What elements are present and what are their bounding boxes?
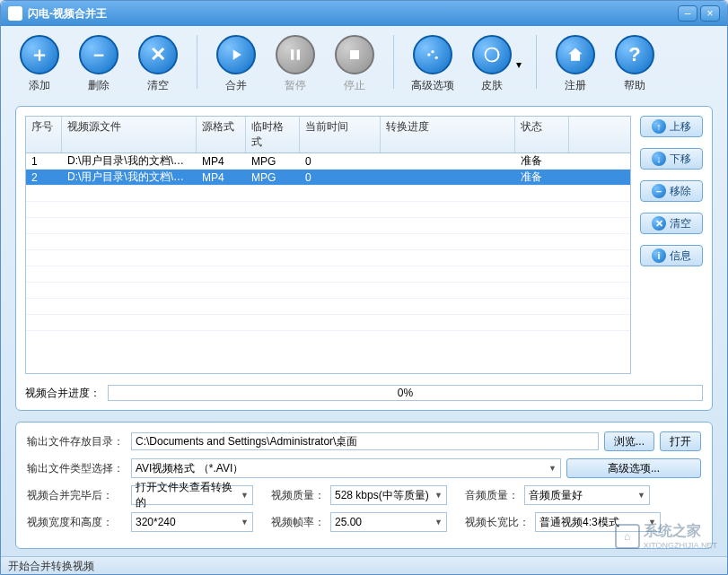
progress-label: 视频合并进度： (25, 386, 101, 401)
cell-prog (381, 177, 515, 179)
progress-text: 0% (398, 387, 413, 399)
table-row-empty (26, 186, 630, 202)
info-button[interactable]: i信息 (640, 245, 703, 266)
fps-select[interactable]: 25.00▼ (330, 512, 447, 532)
after-merge-label: 视频合并完毕后： (27, 488, 126, 503)
minus-icon: – (652, 184, 666, 198)
merge-progress-bar: 0% (108, 385, 703, 401)
cell-tfmt: MPG (246, 154, 300, 169)
header-temp-format[interactable]: 临时格式 (246, 117, 300, 152)
video-quality-select[interactable]: 528 kbps(中等质量)▼ (330, 485, 447, 505)
table-row-empty (26, 266, 630, 283)
video-quality-label: 视频质量： (271, 488, 325, 503)
move-up-button[interactable]: ↑上移 (640, 116, 703, 137)
move-down-button[interactable]: ↓下移 (640, 148, 703, 170)
svg-point-1 (427, 53, 430, 56)
table-row-empty (26, 250, 630, 266)
dimensions-label: 视频宽度和高度： (27, 515, 126, 530)
chevron-down-icon: ▼ (648, 518, 656, 527)
table-row[interactable]: 1D:\用户目录\我的文档\W...MP4MPG0准备 (26, 153, 630, 170)
side-button-column: ↑上移 ↓下移 –移除 ✕清空 i信息 (640, 116, 703, 374)
table-row-empty (26, 218, 630, 234)
file-grid[interactable]: 序号 视频源文件 源格式 临时格式 当前时间 转换进度 状态 1D:\用户目录\… (25, 116, 631, 374)
open-button[interactable]: 打开 (660, 431, 701, 451)
app-title: 闪电-视频合并王 (28, 6, 675, 22)
pause-button: 暂停 (271, 35, 320, 93)
table-row-empty (26, 202, 630, 218)
x-icon: ✕ (652, 216, 666, 231)
table-row-empty (26, 283, 630, 299)
merge-button[interactable]: 合并 (212, 35, 260, 93)
add-button[interactable]: ＋添加 (15, 35, 64, 93)
table-row-empty (26, 299, 630, 315)
outtype-select[interactable]: AVI视频格式 （*.AVI）▼ (131, 458, 561, 478)
aspect-ratio-label: 视频长宽比： (465, 515, 530, 530)
stop-button: 停止 (330, 35, 379, 93)
remove-item-button[interactable]: –移除 (640, 180, 703, 202)
arrow-down-icon: ↓ (652, 152, 666, 166)
clear-button[interactable]: ✕清空 (134, 35, 182, 93)
help-button[interactable]: ?帮助 (610, 35, 659, 93)
browse-button[interactable]: 浏览... (604, 431, 654, 451)
register-button[interactable]: 注册 (551, 35, 600, 93)
pause-icon (286, 46, 304, 64)
audio-quality-select[interactable]: 音频质量好▼ (524, 485, 650, 505)
after-merge-select[interactable]: 打开文件夹查看转换的▼ (131, 485, 253, 505)
main-toolbar: ＋添加 －删除 ✕清空 合并 暂停 停止 高级选项 皮肤▾ 注册 ?帮助 (1, 26, 727, 99)
chevron-down-icon: ▼ (241, 518, 249, 527)
advanced-settings-button[interactable]: 高级选项... (566, 458, 701, 478)
remove-button[interactable]: －删除 (75, 35, 123, 93)
chevron-down-icon: ▼ (637, 491, 645, 500)
skin-icon (483, 46, 501, 64)
dimensions-select[interactable]: 320*240▼ (131, 512, 253, 532)
chevron-down-icon: ▼ (548, 464, 557, 473)
table-row-empty (26, 234, 630, 250)
svg-rect-0 (350, 50, 359, 59)
close-button[interactable]: × (700, 5, 720, 22)
play-icon (227, 46, 245, 64)
info-icon: i (652, 248, 666, 263)
app-icon (8, 6, 22, 21)
header-index[interactable]: 序号 (26, 117, 62, 152)
cell-time: 0 (300, 170, 381, 185)
svg-point-3 (435, 57, 438, 59)
cell-src: D:\用户目录\我的文档\W... (62, 169, 197, 186)
header-status[interactable]: 状态 (515, 117, 569, 152)
table-row-empty (26, 315, 630, 331)
aspect-ratio-select[interactable]: 普通视频4:3模式▼ (535, 512, 661, 532)
skin-button[interactable]: 皮肤 (468, 35, 516, 93)
cell-time: 0 (300, 154, 381, 169)
header-source-format[interactable]: 源格式 (197, 117, 246, 152)
header-source[interactable]: 视频源文件 (62, 117, 197, 152)
home-icon (566, 46, 584, 64)
grid-header-row: 序号 视频源文件 源格式 临时格式 当前时间 转换进度 状态 (26, 117, 630, 153)
titlebar[interactable]: 闪电-视频合并王 – × (1, 1, 727, 26)
chevron-down-icon: ▼ (434, 518, 443, 527)
fps-label: 视频帧率： (271, 515, 325, 530)
header-progress[interactable]: 转换进度 (381, 117, 515, 152)
cell-stat: 准备 (515, 152, 569, 170)
clear-list-button[interactable]: ✕清空 (640, 213, 703, 234)
cell-prog (381, 161, 515, 162)
table-row[interactable]: 2D:\用户目录\我的文档\W...MP4MPG0准备 (26, 170, 630, 186)
list-panel: 序号 视频源文件 源格式 临时格式 当前时间 转换进度 状态 1D:\用户目录\… (15, 106, 713, 411)
svg-point-2 (431, 50, 434, 53)
chevron-down-icon: ▼ (241, 491, 249, 500)
outdir-input[interactable] (131, 432, 599, 450)
skin-dropdown-arrow[interactable]: ▾ (516, 58, 522, 71)
chevron-down-icon: ▼ (434, 491, 443, 500)
advanced-options-button[interactable]: 高级选项 (408, 35, 457, 93)
statusbar: 开始合并转换视频 (1, 556, 727, 574)
outtype-label: 输出文件类型选择： (27, 461, 126, 476)
cell-tfmt: MPG (246, 170, 300, 185)
sliders-icon (424, 46, 442, 64)
cell-stat: 准备 (515, 169, 569, 186)
cell-idx: 2 (26, 170, 62, 185)
cell-idx: 1 (26, 154, 62, 169)
cell-sfmt: MP4 (197, 170, 246, 185)
minimize-button[interactable]: – (678, 5, 697, 22)
arrow-up-icon: ↑ (652, 119, 666, 134)
outdir-label: 输出文件存放目录： (27, 434, 126, 449)
header-time[interactable]: 当前时间 (300, 117, 381, 152)
cell-src: D:\用户目录\我的文档\W... (62, 152, 197, 170)
